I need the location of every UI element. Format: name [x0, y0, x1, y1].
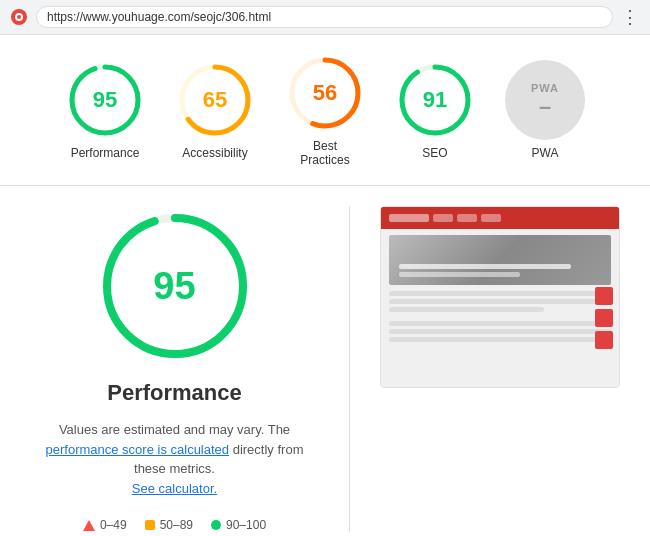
pass-range: 90–100: [226, 518, 266, 532]
score-label-accessibility: Accessibility: [182, 146, 247, 160]
score-label-pwa: PWA: [532, 146, 559, 160]
sidebar-btn-3: [595, 331, 613, 349]
legend-item-average: 50–89: [145, 518, 193, 532]
gauge-accessibility: 65: [175, 60, 255, 140]
calculator-link[interactable]: See calculator.: [132, 481, 217, 496]
sc-text-line-6: [389, 337, 611, 342]
screenshot-box: [380, 206, 620, 388]
pass-icon: [211, 520, 221, 530]
large-gauge-performance: 95: [95, 206, 255, 366]
legend-item-pass: 90–100: [211, 518, 266, 532]
average-icon: [145, 520, 155, 530]
screenshot-nav: [381, 207, 619, 229]
left-panel: 95 Performance Values are estimated and …: [30, 206, 319, 532]
scores-panel: 95 Performance 65 Accessibility 56 BestP…: [0, 35, 650, 186]
section-title: Performance: [107, 380, 242, 406]
browser-logo-icon: [10, 8, 28, 26]
score-item-seo[interactable]: 91 SEO: [395, 60, 475, 160]
performance-score-link[interactable]: performance score is calculated: [46, 442, 230, 457]
screenshot-body: [381, 229, 619, 348]
score-item-accessibility[interactable]: 65 Accessibility: [175, 60, 255, 160]
nav-item-2: [433, 214, 453, 222]
sc-overlay-line1: [399, 264, 571, 269]
average-range: 50–89: [160, 518, 193, 532]
score-value-performance: 95: [93, 87, 117, 113]
nav-item-1: [389, 214, 429, 222]
score-value-seo: 91: [423, 87, 447, 113]
sc-text-line-3: [389, 307, 544, 312]
large-score-value: 95: [153, 265, 195, 308]
description-block: Values are estimated and may vary. The p…: [30, 420, 319, 498]
nav-item-3: [457, 214, 477, 222]
legend-item-fail: 0–49: [83, 518, 127, 532]
gauge-pwa: PWA –: [505, 60, 585, 140]
gauge-seo: 91: [395, 60, 475, 140]
gauge-performance: 95: [65, 60, 145, 140]
svg-point-2: [17, 15, 21, 19]
score-label-performance: Performance: [71, 146, 140, 160]
score-item-best-practices[interactable]: 56 BestPractices: [285, 53, 365, 167]
screenshot-image: [381, 207, 619, 387]
score-value-best-practices: 56: [313, 80, 337, 106]
score-label-seo: SEO: [422, 146, 447, 160]
screenshot-text-block: [389, 291, 611, 342]
sidebar-btn-2: [595, 309, 613, 327]
score-label-best-practices: BestPractices: [300, 139, 349, 167]
browser-bar: https://www.youhuage.com/seojc/306.html …: [0, 0, 650, 35]
sc-text-line-1: [389, 291, 611, 296]
sc-text-line-4: [389, 321, 611, 326]
nav-item-4: [481, 214, 501, 222]
score-value-accessibility: 65: [203, 87, 227, 113]
browser-menu-icon[interactable]: ⋮: [621, 6, 640, 28]
legend: 0–49 50–89 90–100: [83, 518, 266, 532]
vertical-divider: [349, 206, 350, 532]
main-content: 95 Performance Values are estimated and …: [0, 186, 650, 536]
pwa-minus-icon: –: [539, 96, 551, 118]
sc-text-line-2: [389, 299, 611, 304]
sc-text-line-5: [389, 329, 611, 334]
screenshot-overlay-text: [399, 264, 601, 277]
sc-spacer: [389, 315, 611, 318]
url-bar[interactable]: https://www.youhuage.com/seojc/306.html: [36, 6, 613, 28]
gauge-best-practices: 56: [285, 53, 365, 133]
score-item-performance[interactable]: 95 Performance: [65, 60, 145, 160]
sc-overlay-line2: [399, 272, 520, 277]
score-item-pwa[interactable]: PWA – PWA: [505, 60, 585, 160]
pwa-label-text: PWA: [531, 82, 559, 94]
fail-range: 0–49: [100, 518, 127, 532]
screenshot-sidebar: [595, 287, 613, 349]
right-panel: [380, 206, 620, 388]
screenshot-hero-image: [389, 235, 611, 285]
sidebar-btn-1: [595, 287, 613, 305]
description-text: Values are estimated and may vary. The: [59, 422, 290, 437]
fail-icon: [83, 520, 95, 531]
